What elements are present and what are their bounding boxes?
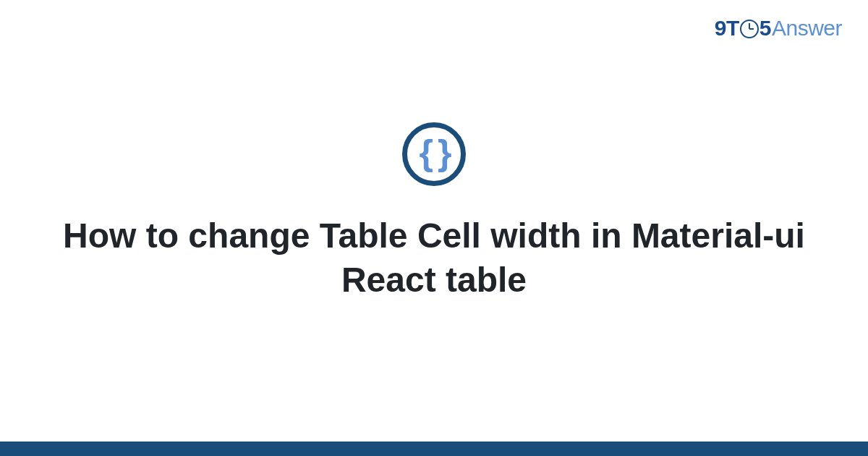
category-badge: { } <box>402 122 466 186</box>
main-content: { } How to change Table Cell width in Ma… <box>0 0 868 442</box>
page-title: How to change Table Cell width in Materi… <box>51 214 817 303</box>
code-braces-icon: { } <box>420 135 449 171</box>
footer-accent-bar <box>0 442 868 456</box>
